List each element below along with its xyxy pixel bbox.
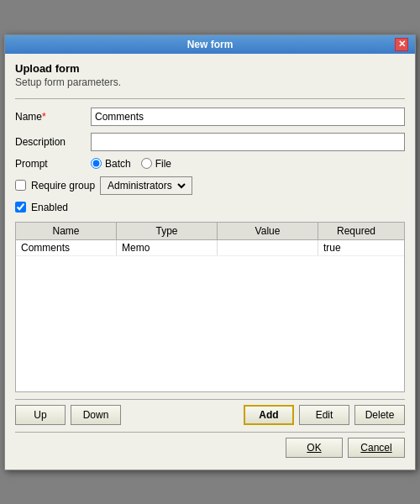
up-button[interactable]: Up <box>15 405 66 425</box>
file-label: File <box>155 158 171 170</box>
batch-radio[interactable] <box>91 158 102 169</box>
row-name: Comments <box>16 240 117 255</box>
require-group-checkbox[interactable] <box>15 180 26 191</box>
file-radio-item[interactable]: File <box>141 158 171 170</box>
prompt-radio-group: Batch File <box>91 158 171 170</box>
col-required: Requred <box>318 223 394 239</box>
row-required: true <box>318 240 394 255</box>
dialog-window: New form ✕ Upload form Setup form parame… <box>4 34 416 470</box>
button-spacer <box>126 405 239 425</box>
add-button[interactable]: Add <box>244 405 294 425</box>
col-name: Name <box>16 223 117 239</box>
name-label: Name* <box>15 111 91 123</box>
file-radio[interactable] <box>141 158 152 169</box>
table-body: Comments Memo true <box>16 240 404 391</box>
ok-button[interactable]: OK <box>286 438 343 458</box>
dialog-button-row: OK Cancel <box>15 432 405 461</box>
require-group-label: Require group <box>31 180 95 192</box>
parameters-table: Name Type Value Requred Comments Memo tr… <box>15 222 405 392</box>
group-select[interactable]: Administrators <box>104 179 188 192</box>
require-group-row: Require group Administrators <box>15 176 405 195</box>
col-type: Type <box>117 223 218 239</box>
divider <box>15 98 405 99</box>
title-bar: New form ✕ <box>5 35 415 54</box>
required-star: * <box>42 111 46 123</box>
description-row: Description <box>15 133 405 151</box>
enabled-checkbox[interactable] <box>15 202 26 213</box>
dialog-content: Upload form Setup form parameters. Name*… <box>5 54 415 470</box>
table-header: Name Type Value Requred <box>16 223 404 240</box>
edit-button[interactable]: Edit <box>299 405 349 425</box>
down-button[interactable]: Down <box>71 405 121 425</box>
enabled-row: Enabled <box>15 202 405 213</box>
cancel-button[interactable]: Cancel <box>348 438 405 458</box>
close-button[interactable]: ✕ <box>395 38 408 51</box>
action-button-row: Up Down Add Edit Delete <box>15 399 405 425</box>
delete-button[interactable]: Delete <box>354 405 405 425</box>
window-title: New form <box>25 39 395 50</box>
col-value: Value <box>218 223 318 239</box>
name-row: Name* <box>15 108 405 126</box>
section-subtitle: Setup form parameters. <box>15 76 405 88</box>
ok-label: OK <box>307 442 321 454</box>
cancel-label: Cancel <box>360 442 391 454</box>
row-type: Memo <box>117 240 218 255</box>
batch-radio-item[interactable]: Batch <box>91 158 131 170</box>
description-label: Description <box>15 136 91 148</box>
group-dropdown[interactable]: Administrators <box>100 176 192 195</box>
table-row[interactable]: Comments Memo true <box>16 240 404 256</box>
description-input[interactable] <box>91 133 405 151</box>
batch-label: Batch <box>105 158 131 170</box>
section-title: Upload form <box>15 62 405 75</box>
prompt-row: Prompt Batch File <box>15 158 405 170</box>
row-value <box>218 240 318 255</box>
enabled-label: Enabled <box>31 202 68 213</box>
prompt-label: Prompt <box>15 158 91 170</box>
name-input[interactable] <box>91 108 405 126</box>
